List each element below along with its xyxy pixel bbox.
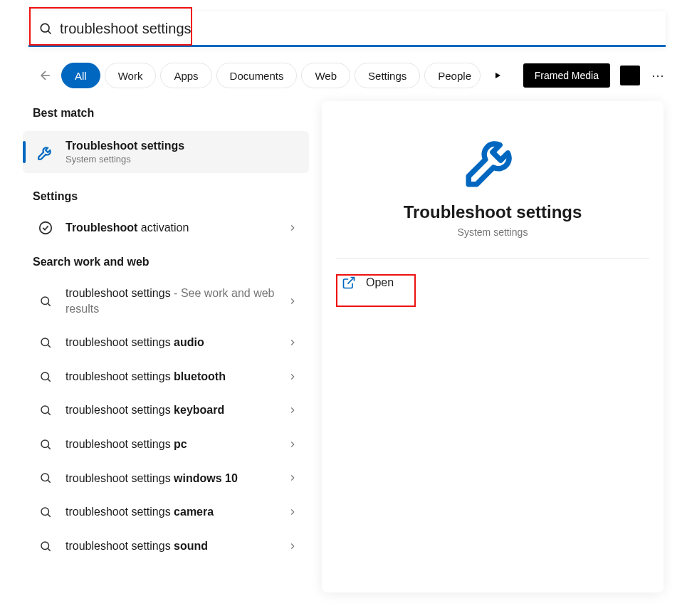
svg-line-8 [48, 345, 50, 347]
svg-point-17 [41, 508, 49, 516]
chevron-right-icon [288, 405, 302, 415]
panel-title: Troubleshoot settings [332, 202, 654, 222]
filter-pill-people[interactable]: People [424, 63, 481, 88]
framed-media-button[interactable]: Framed Media [523, 63, 610, 88]
panel-subtitle: System settings [332, 226, 654, 238]
chevron-right-icon [288, 296, 302, 306]
result-web-bluetooth[interactable]: troubleshoot settings bluetooth [23, 360, 309, 393]
checkmark-circle-icon [36, 220, 56, 236]
chevron-right-icon [288, 473, 302, 483]
search-icon [38, 21, 53, 36]
filter-bar: All Work Apps Documents Web Settings Peo… [0, 47, 683, 97]
result-label: troubleshoot settings camera [65, 504, 278, 520]
chevron-right-icon [288, 541, 302, 551]
open-button[interactable]: Open [332, 267, 431, 298]
search-icon [36, 404, 56, 417]
svg-point-5 [41, 297, 49, 305]
svg-line-6 [48, 303, 50, 306]
chevron-right-icon [288, 338, 302, 348]
section-best-match: Best match [20, 97, 312, 127]
svg-point-9 [41, 372, 49, 380]
chevron-right-icon [288, 223, 302, 233]
chevron-right-icon [288, 507, 302, 517]
svg-point-7 [41, 338, 49, 346]
search-icon [36, 336, 56, 349]
svg-line-10 [48, 379, 50, 381]
result-label: troubleshoot settings windows 10 [65, 471, 278, 486]
svg-point-13 [41, 440, 49, 448]
result-web-camera[interactable]: troubleshoot settings camera [23, 496, 309, 528]
result-troubleshoot-activation[interactable]: Troubleshoot activation [23, 212, 309, 244]
filter-pill-documents[interactable]: Documents [216, 63, 298, 88]
result-label: Troubleshoot activation [65, 220, 278, 236]
svg-line-12 [48, 413, 50, 415]
svg-marker-3 [495, 73, 500, 78]
section-search-web: Search work and web [20, 246, 312, 276]
search-icon [36, 370, 56, 383]
best-match-title: Troubleshoot settings [65, 140, 184, 152]
chevron-right-icon [288, 372, 302, 382]
result-label: troubleshoot settings audio [65, 335, 278, 350]
result-label: troubleshoot settings sound [65, 538, 278, 554]
detail-panel: Troubleshoot settings System settings Op… [322, 101, 664, 592]
svg-point-19 [41, 542, 49, 550]
filter-pill-all[interactable]: All [61, 63, 100, 88]
wrench-large-icon [332, 128, 654, 192]
wrench-icon [36, 143, 56, 162]
open-external-icon [342, 276, 356, 290]
filter-pill-settings[interactable]: Settings [355, 63, 420, 88]
best-match-result[interactable]: Troubleshoot settings System settings [23, 131, 309, 173]
svg-line-18 [48, 514, 50, 516]
search-icon [36, 438, 56, 451]
result-web-audio[interactable]: troubleshoot settings audio [23, 326, 309, 359]
svg-point-15 [41, 474, 49, 481]
back-arrow-icon[interactable] [34, 64, 57, 87]
filter-pill-web[interactable]: Web [301, 63, 350, 88]
section-settings: Settings [20, 180, 312, 210]
best-match-subtitle: System settings [65, 154, 184, 165]
filters-scroll-right[interactable] [485, 63, 510, 88]
result-web-windows10[interactable]: troubleshoot settings windows 10 [23, 462, 309, 495]
open-label: Open [366, 276, 394, 289]
search-input[interactable] [60, 21, 664, 37]
svg-line-14 [48, 447, 50, 449]
svg-point-11 [41, 406, 49, 414]
account-avatar[interactable] [620, 66, 640, 85]
result-label: troubleshoot settings pc [65, 437, 278, 452]
svg-line-16 [48, 481, 50, 483]
result-web-pc[interactable]: troubleshoot settings pc [23, 428, 309, 461]
result-label: troubleshoot settings bluetooth [65, 369, 278, 385]
search-icon [36, 471, 56, 484]
filter-pill-apps[interactable]: Apps [160, 63, 211, 88]
result-label: troubleshoot settings - See work and web… [65, 286, 278, 316]
svg-point-0 [41, 24, 49, 32]
search-icon [36, 540, 56, 553]
svg-line-21 [347, 278, 354, 284]
search-box[interactable] [28, 11, 666, 46]
result-web-keyboard[interactable]: troubleshoot settings keyboard [23, 394, 309, 427]
filter-pill-work[interactable]: Work [105, 63, 157, 88]
svg-line-1 [48, 31, 51, 34]
result-web-sound[interactable]: troubleshoot settings sound [23, 530, 309, 563]
search-bar-container [0, 0, 687, 47]
result-label: troubleshoot settings keyboard [65, 402, 278, 418]
result-web-see-all[interactable]: troubleshoot settings - See work and web… [23, 277, 309, 325]
panel-divider [336, 258, 649, 259]
search-icon [36, 295, 56, 308]
svg-line-20 [48, 548, 50, 550]
results-column: Best match Troubleshoot settings System … [20, 97, 312, 592]
svg-point-4 [40, 222, 52, 234]
search-icon [36, 506, 56, 518]
chevron-right-icon [288, 439, 302, 449]
more-options-icon[interactable]: ⋯ [644, 65, 672, 86]
